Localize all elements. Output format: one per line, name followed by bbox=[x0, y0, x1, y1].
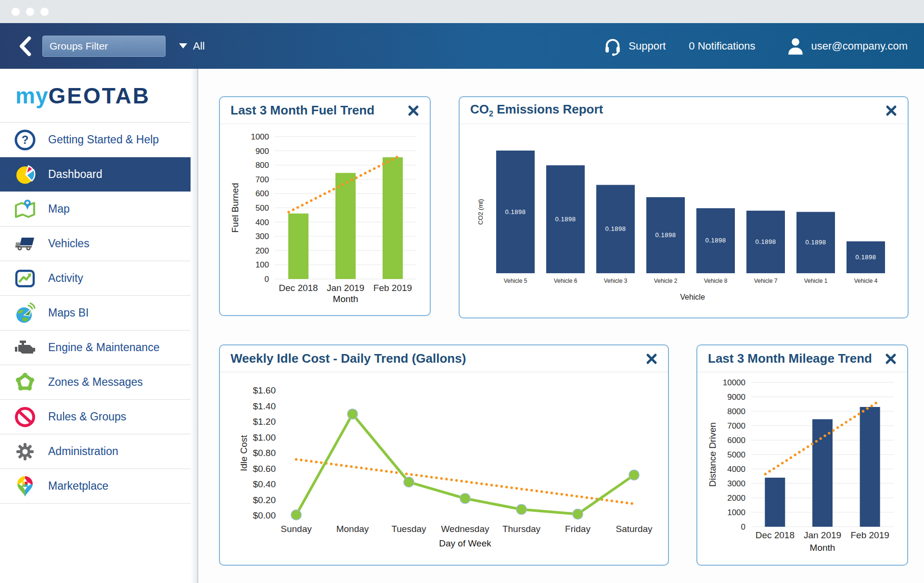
svg-text:Fuel Burned: Fuel Burned bbox=[230, 183, 240, 233]
marketplace-pin-icon bbox=[13, 475, 37, 498]
user-menu[interactable]: user@company.com bbox=[785, 36, 908, 56]
engine-icon bbox=[13, 336, 37, 359]
sidebar-item-label: Engine & Maintenance bbox=[48, 341, 159, 354]
svg-text:Distance Driven: Distance Driven bbox=[707, 422, 718, 487]
user-icon bbox=[785, 36, 806, 56]
svg-text:Jan 2019: Jan 2019 bbox=[804, 530, 841, 540]
filter-dropdown-button[interactable] bbox=[179, 42, 187, 51]
svg-text:Vehicle 8: Vehicle 8 bbox=[704, 278, 728, 284]
svg-text:0.1898: 0.1898 bbox=[856, 253, 876, 261]
sidebar-item-label: Getting Started & Help bbox=[48, 133, 159, 146]
groups-filter-input[interactable]: Groups Filter bbox=[42, 36, 166, 57]
fuel-trend-card: Last 3 Month Fuel Trend 0100200300400500… bbox=[219, 96, 431, 316]
svg-text:Vehicle 3: Vehicle 3 bbox=[604, 278, 628, 284]
sidebar-item-marketplace[interactable]: Marketplace bbox=[0, 469, 198, 504]
card-title: CO2 Emissions Report bbox=[470, 102, 603, 118]
filter-selected-value[interactable]: All bbox=[193, 40, 205, 52]
mygeotab-logo: myGEOTAB bbox=[0, 69, 198, 123]
svg-text:100: 100 bbox=[256, 260, 269, 269]
svg-text:Jan 2019: Jan 2019 bbox=[327, 283, 364, 293]
svg-text:$0.60: $0.60 bbox=[253, 464, 276, 474]
card-header: Last 3 Month Fuel Trend bbox=[220, 97, 430, 124]
svg-text:Feb 2019: Feb 2019 bbox=[851, 530, 889, 540]
sidebar-item-label: Dashboard bbox=[48, 168, 103, 181]
close-button[interactable] bbox=[408, 105, 419, 116]
svg-text:Vehicle 4: Vehicle 4 bbox=[854, 278, 878, 284]
card-header: Last 3 Month Mileage Trend bbox=[697, 345, 907, 372]
svg-text:Vehicle 2: Vehicle 2 bbox=[654, 278, 678, 284]
card-title: Last 3 Month Fuel Trend bbox=[231, 103, 374, 118]
svg-text:0.1898: 0.1898 bbox=[555, 215, 576, 223]
svg-text:Vehicle 7: Vehicle 7 bbox=[754, 278, 778, 284]
svg-text:Vehicle 6: Vehicle 6 bbox=[554, 278, 578, 284]
activity-chart-icon bbox=[13, 267, 37, 290]
svg-text:5000: 5000 bbox=[727, 450, 745, 459]
window-control-dot[interactable] bbox=[26, 8, 34, 16]
sidebar-item-administration[interactable]: Administration bbox=[0, 434, 198, 469]
gear-icon bbox=[13, 440, 37, 463]
back-button[interactable] bbox=[16, 35, 36, 58]
sidebar-item-maps-bi[interactable]: Maps BI bbox=[0, 296, 198, 330]
svg-text:6000: 6000 bbox=[727, 436, 745, 445]
map-icon bbox=[13, 198, 37, 221]
close-button[interactable] bbox=[886, 105, 897, 116]
svg-text:Month: Month bbox=[810, 543, 835, 553]
svg-text:CO2 (mt): CO2 (mt) bbox=[477, 199, 484, 225]
window-control-dot[interactable] bbox=[12, 8, 20, 16]
sidebar-item-rules-groups[interactable]: Rules & Groups bbox=[0, 400, 198, 434]
close-icon bbox=[885, 353, 897, 365]
headset-icon bbox=[603, 36, 623, 56]
sidebar-nav: ? Getting Started & Help Dashboard Map V… bbox=[0, 123, 198, 504]
co2-emissions-card: CO2 Emissions Report Vehicle 5Vehicle 6V… bbox=[459, 96, 909, 318]
groups-filter-placeholder: Groups Filter bbox=[50, 40, 108, 52]
window-control-dot[interactable] bbox=[40, 8, 49, 16]
svg-text:1000: 1000 bbox=[251, 132, 269, 141]
svg-text:0.1898: 0.1898 bbox=[655, 231, 676, 239]
sidebar-item-getting-started-help[interactable]: ? Getting Started & Help bbox=[0, 123, 198, 157]
svg-text:300: 300 bbox=[256, 232, 269, 241]
card-title: Last 3 Month Mileage Trend bbox=[708, 351, 872, 366]
svg-text:Day of Week: Day of Week bbox=[439, 538, 491, 548]
sidebar-item-zones-messages[interactable]: Zones & Messages bbox=[0, 365, 198, 400]
support-button[interactable]: Support bbox=[603, 36, 666, 56]
svg-text:Month: Month bbox=[333, 294, 359, 304]
svg-text:700: 700 bbox=[256, 175, 269, 184]
logo-my: my bbox=[15, 83, 48, 109]
close-button[interactable] bbox=[885, 353, 897, 365]
zones-icon bbox=[13, 371, 37, 394]
sidebar-item-vehicles[interactable]: Vehicles bbox=[0, 227, 198, 261]
sidebar-item-activity[interactable]: Activity bbox=[0, 261, 198, 296]
sidebar-item-label: Map bbox=[48, 203, 70, 215]
chevron-left-icon bbox=[16, 35, 36, 58]
notifications-button[interactable]: 0 Notifications bbox=[689, 40, 755, 52]
svg-text:3000: 3000 bbox=[727, 479, 745, 488]
svg-text:0.1898: 0.1898 bbox=[505, 208, 526, 215]
support-label: Support bbox=[629, 40, 666, 52]
close-button[interactable] bbox=[646, 353, 657, 365]
svg-text:0.1898: 0.1898 bbox=[605, 225, 626, 232]
sidebar-item-engine-maintenance[interactable]: Engine & Maintenance bbox=[0, 330, 198, 365]
app-header: Groups Filter All Support 0 Notification… bbox=[0, 23, 924, 69]
svg-text:$0.40: $0.40 bbox=[253, 479, 276, 489]
svg-text:9000: 9000 bbox=[727, 393, 745, 402]
sidebar-item-map[interactable]: Map bbox=[0, 192, 198, 227]
svg-text:0.1898: 0.1898 bbox=[706, 237, 726, 244]
svg-text:$0.80: $0.80 bbox=[253, 448, 276, 458]
idle-cost-card: Weekly Idle Cost - Daily Trend (Gallons)… bbox=[219, 344, 669, 566]
svg-text:Idle Cost: Idle Cost bbox=[239, 435, 249, 471]
card-header: CO2 Emissions Report bbox=[460, 97, 908, 124]
svg-text:0.1898: 0.1898 bbox=[806, 239, 826, 246]
chevron-down-icon bbox=[179, 43, 187, 49]
logo-geotab: GEOTAB bbox=[48, 83, 150, 109]
card-header: Weekly Idle Cost - Daily Trend (Gallons) bbox=[220, 345, 668, 372]
window-titlebar bbox=[0, 0, 924, 23]
svg-text:Dec 2018: Dec 2018 bbox=[279, 283, 318, 293]
svg-text:$1.60: $1.60 bbox=[253, 385, 276, 395]
sidebar-item-dashboard[interactable]: Dashboard bbox=[0, 157, 198, 192]
svg-text:8000: 8000 bbox=[727, 407, 745, 416]
sidebar-item-label: Rules & Groups bbox=[48, 410, 126, 423]
sidebar-item-label: Vehicles bbox=[48, 237, 90, 250]
svg-text:Sunday: Sunday bbox=[281, 524, 312, 534]
co2-emissions-chart: Vehicle 5Vehicle 6Vehicle 3Vehicle 2Vehi… bbox=[460, 124, 908, 317]
svg-text:Vehicle 1: Vehicle 1 bbox=[804, 278, 828, 284]
